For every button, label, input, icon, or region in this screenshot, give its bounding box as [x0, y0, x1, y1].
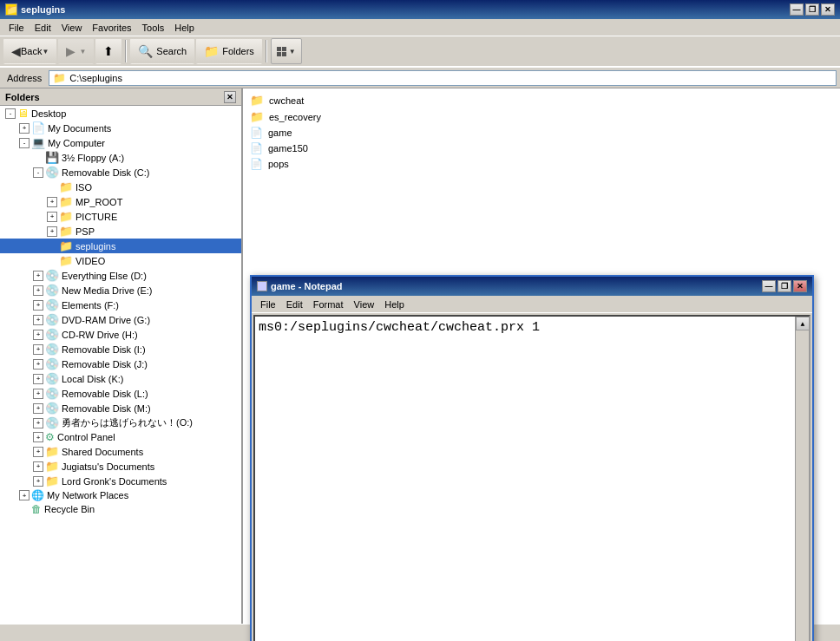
title-bar-buttons: — ❐ ✕: [790, 3, 835, 16]
notepad-menu-file[interactable]: File: [255, 298, 281, 311]
back-arrow-icon: ◀: [11, 44, 21, 58]
notepad-content-area[interactable]: ms0:/seplugins/cwcheat/cwcheat.prx 1 ▲ ▼: [253, 315, 810, 641]
list-item-game[interactable]: 📄 game: [246, 125, 837, 141]
expand-psp[interactable]: +: [47, 226, 57, 237]
tree-item-new-media[interactable]: + 💿 New Media Drive (E:): [0, 283, 241, 298]
expand-picture[interactable]: +: [47, 212, 57, 222]
menu-file[interactable]: File: [3, 21, 30, 35]
tree-item-desktop[interactable]: - 🖥 Desktop: [0, 106, 241, 121]
expand-jugiatsu-documents[interactable]: +: [33, 461, 43, 472]
expand-control-panel[interactable]: +: [33, 432, 43, 442]
forward-button[interactable]: ▶ ▼: [58, 38, 94, 64]
expand-shared-documents[interactable]: +: [33, 447, 43, 457]
view-button[interactable]: ▼: [271, 38, 302, 64]
expand-new-media[interactable]: +: [33, 285, 43, 296]
tree-item-shared-documents[interactable]: + 📁 Shared Documents: [0, 444, 241, 459]
expand-removable-m[interactable]: +: [33, 403, 43, 414]
game150-file-icon: 📄: [250, 142, 263, 154]
notepad-menu-format[interactable]: Format: [308, 298, 349, 311]
tree-item-dvd-ram[interactable]: + 💿 DVD-RAM Drive (G:): [0, 312, 241, 327]
tree-item-removable-c[interactable]: - 💿 Removable Disk (C:): [0, 165, 241, 180]
expand-lord-gronk-documents[interactable]: +: [33, 476, 43, 487]
tree-item-picture[interactable]: + 📁 PICTURE: [0, 209, 241, 224]
tree-item-jugiatsu-documents[interactable]: + 📁 Jugiatsu's Documents: [0, 459, 241, 474]
notepad-minimize-button[interactable]: —: [762, 280, 776, 292]
tree-item-lord-gronk-documents[interactable]: + 📁 Lord Gronk's Documents: [0, 474, 241, 488]
seplugins-folder-icon: 📁: [59, 239, 73, 252]
notepad-restore-button[interactable]: ❐: [778, 280, 791, 292]
my-documents-icon: 📄: [31, 121, 45, 134]
tree-item-japanese-o[interactable]: + 💿 勇者からは逃げられない！(O:): [0, 415, 241, 430]
tree-item-seplugins[interactable]: 📁 seplugins: [0, 239, 241, 253]
expand-removable-c[interactable]: -: [33, 167, 43, 178]
address-label: Address: [3, 73, 45, 83]
expand-everything-else[interactable]: +: [33, 271, 43, 281]
expand-cdrw[interactable]: +: [33, 330, 43, 340]
tree-item-control-panel[interactable]: + ⚙ Control Panel: [0, 430, 241, 444]
notepad-scroll-up[interactable]: ▲: [796, 317, 810, 330]
notepad-scrollbar[interactable]: ▲ ▼: [795, 317, 809, 641]
notepad-close-button[interactable]: ✕: [793, 280, 807, 292]
menu-tools[interactable]: Tools: [137, 21, 170, 35]
tree-item-removable-m[interactable]: + 💿 Removable Disk (M:): [0, 401, 241, 415]
tree-item-iso[interactable]: 📁 ISO: [0, 180, 241, 194]
folder-panel-close-button[interactable]: ✕: [224, 91, 236, 103]
tree-label-jugiatsu-documents: Jugiatsu's Documents: [62, 461, 154, 472]
expand-mp-root[interactable]: +: [47, 197, 57, 207]
tree-item-my-documents[interactable]: + 📄 My Documents: [0, 121, 241, 135]
list-item-es-recovery[interactable]: 📁 es_recovery: [246, 108, 837, 125]
tree-item-psp[interactable]: + 📁 PSP: [0, 224, 241, 239]
list-item-cwcheat[interactable]: 📁 cwcheat: [246, 92, 837, 108]
menu-view[interactable]: View: [56, 21, 88, 35]
tree-item-elements[interactable]: + 💿 Elements (F:): [0, 298, 241, 312]
expand-elements[interactable]: +: [33, 300, 43, 311]
tree-item-removable-l[interactable]: + 💿 Removable Disk (L:): [0, 386, 241, 401]
expand-my-computer[interactable]: -: [19, 138, 30, 148]
restore-button[interactable]: ❐: [805, 3, 819, 16]
list-item-pops[interactable]: 📄 pops: [246, 156, 837, 172]
everything-else-icon: 💿: [45, 269, 59, 282]
tree-item-everything-else[interactable]: + 💿 Everything Else (D:): [0, 268, 241, 283]
expand-removable-l[interactable]: +: [33, 389, 43, 399]
expand-japanese-o[interactable]: +: [33, 418, 43, 428]
tree-item-recycle-bin[interactable]: 🗑 Recycle Bin: [0, 502, 241, 516]
search-button[interactable]: 🔍 Search: [130, 38, 194, 64]
tree-item-removable-i[interactable]: + 💿 Removable Disk (I:): [0, 342, 241, 356]
removable-l-icon: 💿: [45, 387, 59, 400]
address-input[interactable]: 📁 C:\seplugins: [49, 70, 837, 86]
notepad-menu-view[interactable]: View: [349, 298, 380, 311]
expand-removable-i[interactable]: +: [33, 344, 43, 355]
close-button[interactable]: ✕: [821, 3, 835, 16]
expand-dvd-ram[interactable]: +: [33, 315, 43, 325]
removable-i-icon: 💿: [45, 343, 59, 356]
expand-network-places[interactable]: +: [19, 490, 30, 500]
tree-item-local-k[interactable]: + 💿 Local Disk (K:): [0, 371, 241, 386]
expand-removable-j[interactable]: +: [33, 359, 43, 370]
expand-local-k[interactable]: +: [33, 374, 43, 384]
menu-edit[interactable]: Edit: [30, 21, 56, 35]
expand-desktop[interactable]: -: [5, 108, 16, 119]
expand-my-documents[interactable]: +: [19, 123, 30, 134]
minimize-button[interactable]: —: [790, 3, 804, 16]
folders-button[interactable]: 📁 Folders: [196, 38, 262, 64]
tree-item-removable-j[interactable]: + 💿 Removable Disk (J:): [0, 356, 241, 371]
tree-item-floppy[interactable]: 💾 3½ Floppy (A:): [0, 150, 241, 165]
notepad-menu-edit[interactable]: Edit: [281, 298, 308, 311]
tree-item-network-places[interactable]: + 🌐 My Network Places: [0, 488, 241, 502]
notepad-menu-help[interactable]: Help: [379, 298, 410, 311]
tree-item-my-computer[interactable]: - 💻 My Computer: [0, 135, 241, 150]
local-k-icon: 💿: [45, 372, 59, 385]
back-button[interactable]: ◀ Back ▼: [3, 38, 56, 64]
notepad-title-bar: game - Notepad — ❐ ✕: [252, 277, 812, 296]
forward-arrow-icon: ▶: [66, 44, 75, 58]
folder-panel-header: Folders ✕: [0, 88, 241, 106]
tree-item-video[interactable]: 📁 VIDEO: [0, 253, 241, 268]
list-item-game150[interactable]: 📄 game150: [246, 141, 837, 156]
up-button[interactable]: ⬆: [95, 38, 121, 64]
tree-item-mp-root[interactable]: + 📁 MP_ROOT: [0, 194, 241, 209]
menu-help[interactable]: Help: [169, 21, 200, 35]
game-file-icon: 📄: [250, 127, 263, 139]
tree-item-cdrw[interactable]: + 💿 CD-RW Drive (H:): [0, 327, 241, 342]
iso-folder-icon: 📁: [59, 180, 73, 193]
menu-favorites[interactable]: Favorites: [87, 21, 136, 35]
